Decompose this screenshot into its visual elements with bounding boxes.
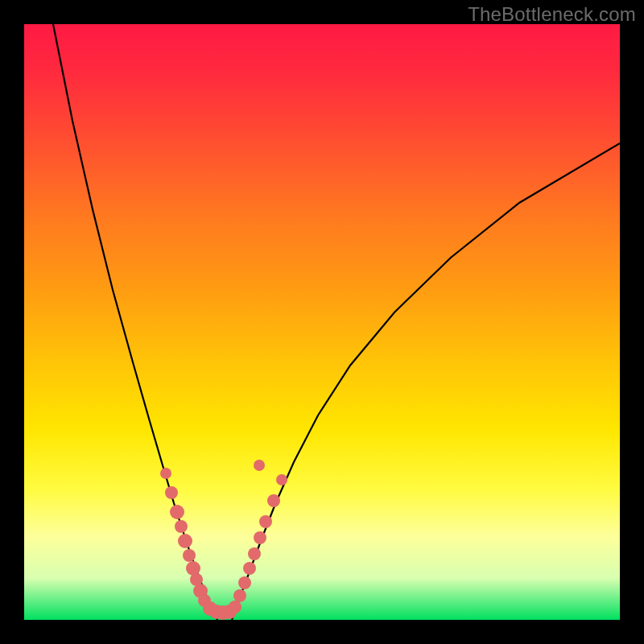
watermark-text: TheBottleneck.com xyxy=(468,3,636,26)
scatter-dot xyxy=(165,486,178,499)
scatter-dot xyxy=(254,460,265,471)
scatter-dot xyxy=(233,589,246,602)
scatter-dot xyxy=(178,534,192,548)
scatter-dot xyxy=(175,520,188,533)
scatter-dot xyxy=(248,547,261,560)
scatter-dot xyxy=(238,576,251,589)
scatter-dot xyxy=(267,494,280,507)
scatter-dot xyxy=(276,474,287,485)
right-curve xyxy=(232,143,620,620)
scatter-dot xyxy=(229,601,242,613)
scatter-dot xyxy=(259,515,272,528)
chart-svg xyxy=(24,24,620,620)
scatter-dot xyxy=(243,562,256,575)
plot-area xyxy=(24,24,620,620)
outer-frame: TheBottleneck.com xyxy=(0,0,644,644)
scatter-dot xyxy=(183,549,196,562)
scatter-dot xyxy=(186,561,200,576)
left-curve xyxy=(53,24,217,620)
scatter-dot xyxy=(254,531,266,544)
scatter-dots xyxy=(160,460,287,620)
scatter-dot xyxy=(160,468,171,479)
scatter-dot xyxy=(170,505,184,519)
